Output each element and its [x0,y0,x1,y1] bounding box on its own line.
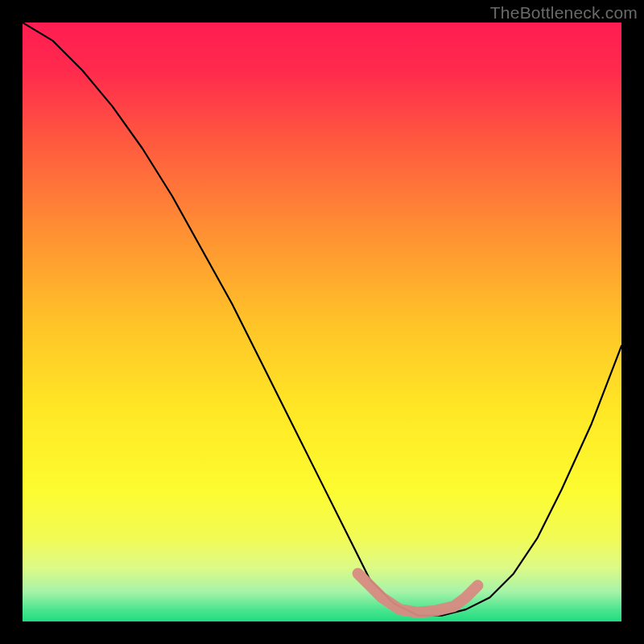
chart-background [23,23,621,621]
watermark-text: TheBottleneck.com [490,3,638,23]
chart-frame [23,23,621,621]
bottleneck-chart [23,23,621,621]
